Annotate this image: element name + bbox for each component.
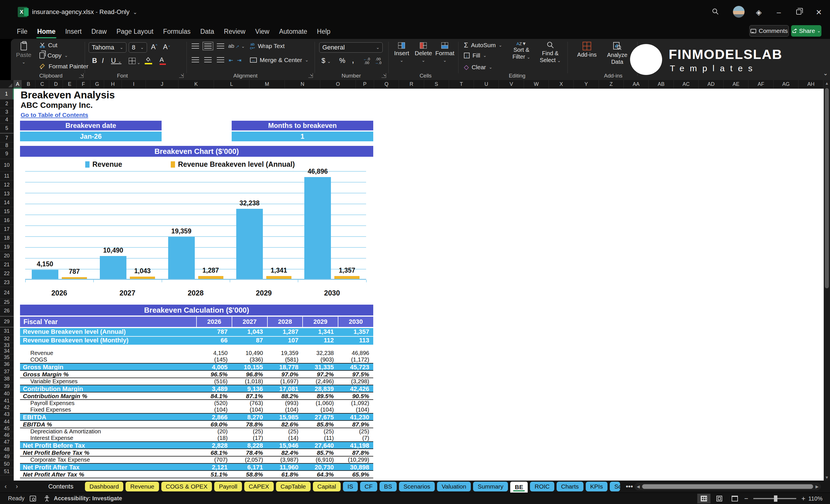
row-label[interactable]: Gross Margin: [20, 364, 196, 370]
months-to-breakeven-header[interactable]: Months to breakeven: [232, 121, 373, 130]
cell-value[interactable]: (1,018): [232, 378, 267, 385]
row-header-48[interactable]: 48: [0, 446, 13, 453]
italic-button[interactable]: I: [102, 57, 104, 65]
row-label[interactable]: Revenue: [20, 350, 196, 356]
column-header-J[interactable]: J: [146, 80, 179, 88]
sheet-tab-contents[interactable]: Contents: [23, 483, 85, 490]
cell-value[interactable]: 2,121: [196, 464, 232, 470]
cell-value[interactable]: (25): [267, 428, 302, 435]
fiscal-year-2027[interactable]: 2027: [232, 317, 267, 327]
cell-value[interactable]: 2,828: [196, 442, 232, 448]
copy-button[interactable]: Copy⌄: [39, 52, 68, 59]
cell-value[interactable]: 2,866: [196, 414, 232, 420]
scroll-down-icon[interactable]: ▼: [824, 474, 830, 480]
sheet-tab-capital[interactable]: Capital: [313, 482, 341, 492]
column-header-B[interactable]: B: [22, 80, 35, 88]
cell-value[interactable]: (1,060): [302, 400, 338, 406]
row-header-24[interactable]: 24: [0, 287, 13, 299]
row-label[interactable]: Contribution Margin %: [20, 392, 196, 399]
row-header-20[interactable]: 20: [0, 251, 13, 260]
cell-value[interactable]: 65.9%: [338, 471, 373, 478]
menu-help[interactable]: Help: [312, 26, 335, 38]
cell-value[interactable]: 107: [267, 337, 302, 345]
font-name-select[interactable]: Tahoma⌄: [89, 42, 126, 53]
merge-center-button[interactable]: ↔ Merge & Center⌄: [250, 57, 309, 63]
tab-scroll-right-icon[interactable]: ›: [11, 483, 22, 490]
delete-cells-button[interactable]: Delete⌄: [415, 42, 432, 63]
cell-value[interactable]: 78.4%: [232, 449, 267, 456]
row-header-33[interactable]: 33: [0, 343, 13, 348]
table-row-net-profit-after-tax-[interactable]: Net Profit After Tax %51.1%58.8%61.8%64.…: [20, 471, 373, 478]
cell-value[interactable]: (2,496): [302, 378, 338, 385]
row-label[interactable]: Corporate Tax Expense: [20, 456, 196, 463]
column-header-T[interactable]: T: [449, 80, 474, 88]
cell-value[interactable]: (1,172): [338, 356, 373, 363]
table-of-contents-link[interactable]: Go to Table of Contents: [21, 112, 88, 119]
row-header-43[interactable]: 43: [0, 411, 13, 418]
row-header-8[interactable]: 8: [0, 143, 13, 149]
cell-value[interactable]: (17): [232, 435, 267, 441]
column-header-H[interactable]: H: [104, 80, 122, 88]
cell-value[interactable]: 51.1%: [196, 471, 232, 478]
cell-value[interactable]: 4,005: [196, 364, 232, 370]
sheet-tab-cogs-opex[interactable]: COGS & OPEX: [161, 482, 212, 492]
macro-record-icon[interactable]: [30, 496, 36, 501]
borders-button[interactable]: ⌄: [129, 58, 140, 65]
tab-scroll-left-icon[interactable]: ‹: [0, 483, 11, 490]
row-label[interactable]: Fixed Expenses: [20, 406, 196, 413]
row-header-39[interactable]: 39: [0, 383, 13, 390]
row-header-9[interactable]: 9: [0, 149, 13, 159]
cell-value[interactable]: 8,228: [232, 442, 267, 448]
row-label[interactable]: Contribution Margin: [20, 385, 196, 392]
row-header-34[interactable]: 34: [0, 348, 13, 354]
row-header-38[interactable]: 38: [0, 375, 13, 383]
cut-button[interactable]: Cut: [39, 42, 58, 49]
row-header-40[interactable]: 40: [0, 390, 13, 398]
row-label[interactable]: COGS: [20, 356, 196, 363]
cell-value[interactable]: 97.5%: [338, 371, 373, 378]
row-header-4[interactable]: 4: [0, 116, 13, 124]
cell-value[interactable]: 61.8%: [267, 471, 302, 478]
percent-format-button[interactable]: %: [339, 57, 345, 65]
cell-value[interactable]: 27,675: [302, 414, 338, 420]
row-label[interactable]: Interest Expense: [20, 435, 196, 441]
format-cells-button[interactable]: Format⌄: [435, 42, 454, 63]
row-header-37[interactable]: 37: [0, 368, 13, 375]
row-header-35[interactable]: 35: [0, 354, 13, 361]
cell-value[interactable]: 66: [196, 337, 232, 345]
menu-review[interactable]: Review: [219, 26, 250, 38]
cell-value[interactable]: 42,426: [338, 385, 373, 392]
breakeven-date-value[interactable]: Jan-26: [20, 132, 162, 141]
normal-view-button[interactable]: [697, 494, 710, 503]
sheet-canvas[interactable]: Breakeven Analysis ABC Company Inc. Go t…: [14, 89, 824, 480]
sheet-tab-roic[interactable]: ROIC: [530, 482, 554, 492]
scroll-left-icon[interactable]: ◀: [634, 484, 642, 489]
row-header-44[interactable]: 44: [0, 418, 13, 426]
table-row-depreciation-amortization[interactable]: Depreciation & Amortization(20)(25)(25)(…: [20, 428, 373, 435]
increase-font-size-button[interactable]: A^: [151, 43, 157, 51]
row-label[interactable]: Net Profit Before Tax %: [20, 449, 196, 456]
autosum-button[interactable]: ΣAutoSum⌄: [464, 41, 502, 49]
cell-value[interactable]: (516): [196, 378, 232, 385]
table-row-revenue[interactable]: Revenue4,15010,49019,35932,23846,896: [20, 350, 373, 356]
scroll-right-icon[interactable]: ▶: [813, 484, 821, 489]
row-header-25[interactable]: 25: [0, 299, 13, 306]
cell-value[interactable]: 4,150: [196, 350, 232, 356]
cell-value[interactable]: (1,697): [267, 378, 302, 385]
cell-value[interactable]: 15,946: [267, 442, 302, 448]
cell-value[interactable]: 41,198: [338, 442, 373, 448]
row-header-47[interactable]: 47: [0, 439, 13, 446]
row-header-32[interactable]: 32: [0, 335, 13, 343]
accessibility-status[interactable]: Accessibility: Investigate: [54, 495, 122, 502]
zoom-slider-thumb[interactable]: [774, 496, 777, 502]
sheet-tab-scenarios[interactable]: Scenarios: [399, 482, 435, 492]
row-header-18[interactable]: 18: [0, 234, 13, 243]
table-row-payroll-expenses[interactable]: Payroll Expenses(520)(763)(993)(1,060)(1…: [20, 400, 373, 406]
chevron-down-icon[interactable]: ⌄: [133, 9, 137, 15]
column-header-I[interactable]: I: [122, 80, 146, 88]
row-header-41[interactable]: 41: [0, 398, 13, 404]
menu-file[interactable]: File: [12, 26, 32, 38]
column-header-F[interactable]: F: [77, 80, 90, 88]
menu-draw[interactable]: Draw: [87, 26, 112, 38]
cell-value[interactable]: 1,341: [302, 328, 338, 336]
